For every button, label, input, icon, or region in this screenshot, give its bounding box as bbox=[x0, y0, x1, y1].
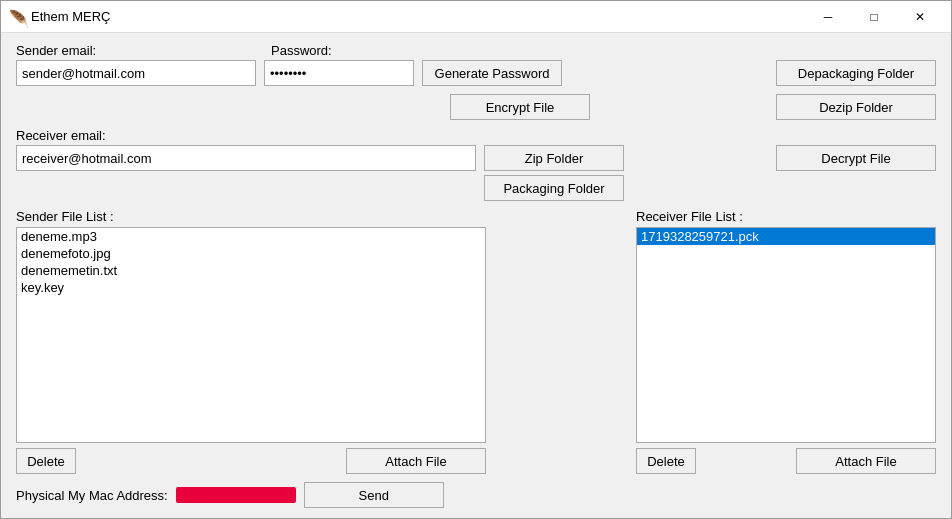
send-button[interactable]: Send bbox=[304, 482, 444, 508]
encrypt-file-button[interactable]: Encrypt File bbox=[450, 94, 590, 120]
receiver-email-input[interactable] bbox=[16, 145, 476, 171]
sender-attach-file-button[interactable]: Attach File bbox=[346, 448, 486, 474]
list-item[interactable]: denememetin.txt bbox=[17, 262, 485, 279]
receiver-attach-file-button[interactable]: Attach File bbox=[796, 448, 936, 474]
receiver-file-list-label: Receiver File List : bbox=[636, 209, 936, 224]
main-window: 🪶 Ethem MERÇ ─ □ ✕ Sender email: Passwor… bbox=[0, 0, 952, 519]
receiver-delete-button[interactable]: Delete bbox=[636, 448, 696, 474]
maximize-button[interactable]: □ bbox=[851, 1, 897, 33]
sender-file-list-label: Sender File List : bbox=[16, 209, 486, 224]
receiver-file-list[interactable]: 1719328259721.pck bbox=[636, 227, 936, 443]
list-item[interactable]: key.key bbox=[17, 279, 485, 296]
packaging-folder-button[interactable]: Packaging Folder bbox=[484, 175, 624, 201]
zip-folder-button[interactable]: Zip Folder bbox=[484, 145, 624, 171]
title-bar-buttons: ─ □ ✕ bbox=[805, 1, 943, 33]
depackaging-folder-button[interactable]: Depackaging Folder bbox=[776, 60, 936, 86]
app-icon: 🪶 bbox=[9, 9, 25, 25]
list-item[interactable]: denemefoto.jpg bbox=[17, 245, 485, 262]
generate-password-button[interactable]: Generate Password bbox=[422, 60, 562, 86]
sender-delete-button[interactable]: Delete bbox=[16, 448, 76, 474]
list-item[interactable]: 1719328259721.pck bbox=[637, 228, 935, 245]
mac-address-bar bbox=[176, 487, 296, 503]
list-item[interactable]: deneme.mp3 bbox=[17, 228, 485, 245]
mac-address-label: Physical My Mac Address: bbox=[16, 488, 168, 503]
title-bar: 🪶 Ethem MERÇ ─ □ ✕ bbox=[1, 1, 951, 33]
password-input[interactable] bbox=[264, 60, 414, 86]
sender-email-input[interactable] bbox=[16, 60, 256, 86]
password-label: Password: bbox=[271, 43, 332, 58]
decrypt-file-button[interactable]: Decrypt File bbox=[776, 145, 936, 171]
sender-file-list[interactable]: deneme.mp3 denemefoto.jpg denememetin.tx… bbox=[16, 227, 486, 443]
receiver-email-label: Receiver email: bbox=[16, 128, 106, 143]
content-area: Sender email: Password: Generate Passwor… bbox=[1, 33, 951, 518]
minimize-button[interactable]: ─ bbox=[805, 1, 851, 33]
dezip-folder-button[interactable]: Dezip Folder bbox=[776, 94, 936, 120]
sender-email-label: Sender email: bbox=[16, 43, 96, 58]
title-bar-text: Ethem MERÇ bbox=[31, 9, 805, 24]
close-button[interactable]: ✕ bbox=[897, 1, 943, 33]
